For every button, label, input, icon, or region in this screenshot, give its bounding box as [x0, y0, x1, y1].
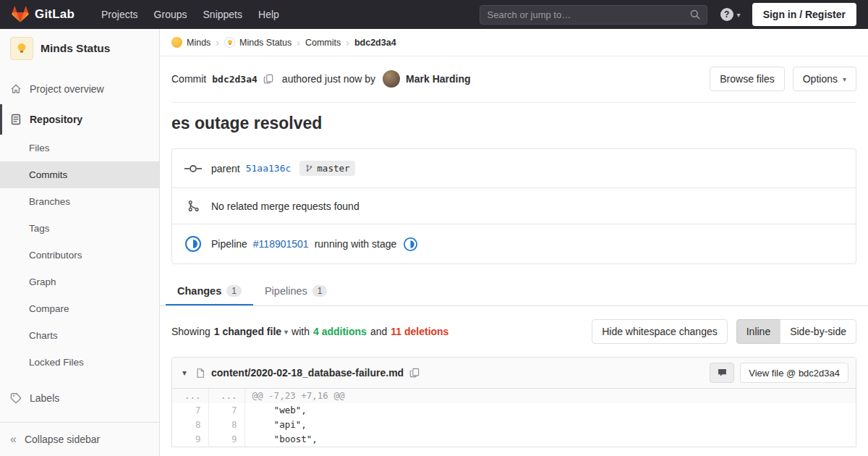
parent-row: parent 51aa136c master [172, 149, 856, 187]
sidebar-item-project-overview[interactable]: Project overview [0, 74, 159, 104]
breadcrumb-commits-link[interactable]: Commits [305, 38, 341, 48]
old-line-number[interactable]: 9 [172, 432, 208, 447]
sidebar-item-repository[interactable]: Repository [0, 104, 159, 135]
gitlab-logo-link[interactable]: GitLab [12, 6, 75, 23]
sidebar-item-files[interactable]: Files [0, 135, 159, 161]
project-mini-avatar [224, 37, 235, 48]
pipeline-status-text: running with stage [315, 238, 397, 250]
toggle-comments-button[interactable] [710, 363, 734, 383]
sidebar-item-compare[interactable]: Compare [0, 295, 159, 322]
deletions-count: 11 deletions [391, 326, 448, 337]
options-dropdown-button[interactable]: Options ▾ [793, 67, 856, 91]
changed-file-count: 1 changed file [214, 326, 281, 337]
sign-in-button[interactable]: Sign in / Register [752, 3, 856, 26]
old-line-number[interactable]: 7 [172, 403, 208, 418]
breadcrumb-group-link[interactable]: Minds [171, 37, 210, 48]
nav-snippets[interactable]: Snippets [195, 0, 250, 29]
sidebar-item-labels[interactable]: Labels [0, 383, 159, 413]
comment-icon [717, 368, 728, 378]
browse-files-button[interactable]: Browse files [710, 67, 784, 91]
diff-file: ▾ content/2020-02-18_database-failure.md [171, 357, 856, 447]
project-context-link[interactable]: Minds Status [0, 29, 159, 68]
diff-table: ... ... @@ -7,23 +7,16 @@ 7 7 "web", 8 8… [172, 389, 856, 447]
sidebar-item-graph[interactable]: Graph [0, 269, 159, 295]
inline-view-button[interactable]: Inline [736, 319, 780, 344]
nav-groups[interactable]: Groups [146, 0, 195, 29]
stage-running-icon[interactable] [404, 237, 417, 251]
branch-name: master [317, 163, 349, 174]
sidebar-item-label: Repository [30, 114, 82, 125]
breadcrumb: Minds › Minds Status › Commits › bdc2d3a… [160, 29, 868, 56]
collapse-sidebar-button[interactable]: « Collapse sidebar [0, 422, 159, 456]
diff-line: 9 9 "boost", [172, 432, 856, 447]
author-avatar[interactable] [383, 70, 400, 88]
sidebar-item-tags[interactable]: Tags [0, 215, 159, 242]
chevron-down-icon: ▾ [737, 11, 741, 19]
navbar-menu: Projects Groups Snippets Help [93, 0, 287, 29]
old-line-number[interactable]: 8 [172, 418, 208, 432]
sidebar-item-locked-files[interactable]: Locked Files [0, 349, 159, 376]
pipelines-count-badge: 1 [312, 285, 328, 297]
sidebar-item-commits[interactable]: Commits [0, 161, 159, 188]
global-search [480, 5, 707, 25]
with-label: with [292, 326, 310, 337]
diff-file-path-link[interactable]: content/2020-02-18_database-failure.md [211, 367, 404, 379]
breadcrumb-project-link[interactable]: Minds Status [224, 37, 292, 48]
breadcrumb-group-label: Minds [187, 38, 210, 48]
collapse-diff-icon[interactable]: ▾ [179, 368, 190, 378]
new-line-number[interactable]: 7 [208, 403, 244, 418]
diff-line: 8 8 "api", [172, 418, 856, 432]
tab-pipelines-label: Pipelines [265, 285, 307, 297]
help-dropdown[interactable]: ? ▾ [720, 8, 741, 21]
hunk-header-text: @@ -7,23 +7,16 @@ [244, 389, 856, 403]
branch-badge[interactable]: master [299, 161, 355, 176]
tab-pipelines[interactable]: Pipelines 1 [253, 276, 339, 305]
no-merge-requests-text: No related merge requests found [211, 200, 359, 212]
tab-changes[interactable]: Changes 1 [166, 276, 253, 305]
copy-sha-icon[interactable] [263, 74, 273, 84]
search-input[interactable] [480, 5, 707, 25]
merge-requests-row: No related merge requests found [172, 187, 856, 224]
chevron-right-icon: › [346, 38, 349, 48]
sidebar-nav: Project overview Repository Files Commit… [0, 74, 159, 413]
new-line-number[interactable]: 8 [208, 418, 244, 432]
search-icon [689, 9, 701, 20]
label-tag-icon [10, 392, 22, 404]
view-file-button[interactable]: View file @ bdc2d3a4 [740, 363, 848, 383]
commit-info-box: parent 51aa136c master [171, 148, 856, 264]
copy-file-path-icon[interactable] [409, 368, 420, 378]
diff-file-header: ▾ content/2020-02-18_database-failure.md [172, 358, 856, 389]
changes-count-badge: 1 [226, 285, 242, 297]
top-navbar: GitLab Projects Groups Snippets Help ? ▾… [0, 0, 868, 29]
side-by-side-view-button[interactable]: Side-by-side [780, 319, 856, 344]
nav-help[interactable]: Help [250, 0, 287, 29]
sidebar-item-contributors[interactable]: Contributors [0, 242, 159, 269]
chevron-right-icon: › [216, 38, 219, 48]
home-icon [10, 83, 22, 95]
sidebar-item-charts[interactable]: Charts [0, 322, 159, 349]
diff-line-code: "api", [244, 418, 856, 432]
diff-line-code: "boost", [244, 432, 856, 447]
tab-changes-label: Changes [177, 285, 221, 297]
project-avatar [10, 37, 33, 60]
nav-projects[interactable]: Projects [93, 0, 146, 29]
pipeline-id-link[interactable]: #118901501 [253, 238, 309, 250]
sidebar-item-branches[interactable]: Branches [0, 188, 159, 215]
angle-double-left-icon: « [10, 434, 17, 445]
diff-summary-bar: Showing 1 changed file ▾ with 4 addition… [171, 319, 856, 344]
commit-sha: bdc2d3a4 [212, 74, 258, 85]
new-line-number[interactable]: 9 [208, 432, 244, 447]
commit-label: Commit [171, 73, 206, 85]
hunk-new-cell: ... [208, 389, 244, 403]
project-sidebar: Minds Status Project overview Rep [0, 29, 160, 456]
lightbulb-icon [14, 41, 29, 56]
authored-text: authored just now by [282, 73, 375, 85]
options-label: Options [803, 73, 838, 85]
repository-icon [10, 114, 22, 125]
hide-whitespace-button[interactable]: Hide whitespace changes [592, 319, 728, 344]
hunk-row: ... ... @@ -7,23 +7,16 @@ [172, 389, 856, 403]
changed-files-dropdown[interactable]: 1 changed file ▾ [214, 326, 288, 337]
author-name-link[interactable]: Mark Harding [406, 73, 470, 85]
parent-sha-link[interactable]: 51aa136c [246, 163, 292, 174]
chevron-down-icon: ▾ [284, 328, 288, 336]
